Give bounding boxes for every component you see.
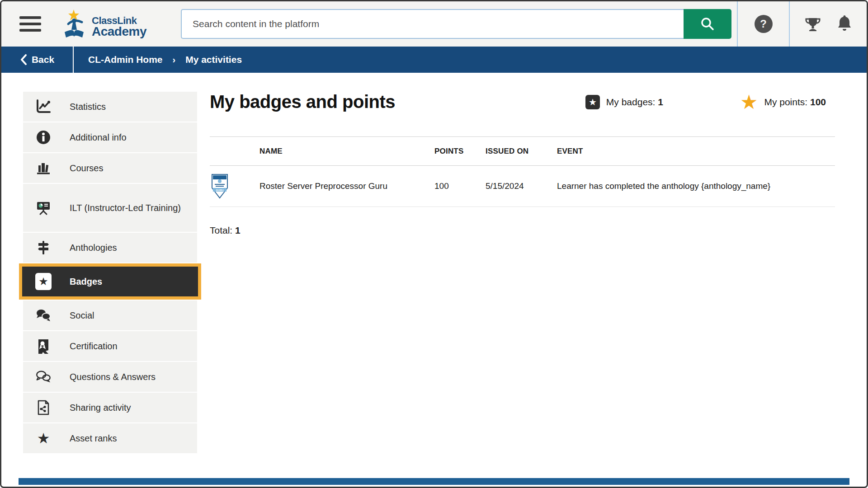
chevron-left-icon xyxy=(20,54,27,65)
table-header-row: NAME POINTS ISSUED ON EVENT xyxy=(210,137,835,166)
magnifier-icon xyxy=(700,16,715,32)
sidebar-item-label: Statistics xyxy=(70,101,111,113)
search-button[interactable] xyxy=(684,9,731,39)
badges-table: NAME POINTS ISSUED ON EVENT GURU xyxy=(210,136,835,207)
top-header: ClassLink Academy ? xyxy=(1,1,867,47)
classlink-academy-logo: ClassLink Academy xyxy=(60,1,146,47)
cell-issued-on: 5/15/2024 xyxy=(486,181,557,191)
sidebar-item-label: Questions & Answers xyxy=(70,371,161,383)
sidebar-item-label: Badges xyxy=(70,276,108,288)
info-circle-icon xyxy=(35,130,52,145)
chat-bubbles-icon xyxy=(35,308,52,323)
header-help-section: ? xyxy=(737,1,789,47)
total-label: Total: xyxy=(210,225,232,235)
search-bar xyxy=(181,9,731,39)
sidebar-item-certification[interactable]: Certification xyxy=(23,331,197,361)
logo-text-line2: Academy xyxy=(92,26,146,38)
presentation-icon xyxy=(35,200,52,216)
main-panel: My badges and points ★ My badges: 1 ★ My… xyxy=(197,92,867,454)
badge-star-icon: ★ xyxy=(585,95,600,109)
my-badges-label: My badges: xyxy=(606,97,656,107)
summaries: ★ My badges: 1 ★ My points: 100 xyxy=(585,92,826,112)
cell-event: Learner has completed the anthology {ant… xyxy=(557,181,835,191)
total-value: 1 xyxy=(235,225,241,235)
sidebar-item-asset-ranks[interactable]: ★ Asset ranks xyxy=(23,423,197,453)
sidebar-item-label: Anthologies xyxy=(70,242,123,254)
chevron-right-icon: › xyxy=(173,55,176,65)
my-points-value: 100 xyxy=(810,97,826,107)
badge-image: GURU xyxy=(210,173,230,199)
badge-ribbon-label: GURU xyxy=(216,189,224,192)
sidebar-item-label: Courses xyxy=(70,162,108,174)
breadcrumb: CL-Admin Home › My activities xyxy=(88,47,242,73)
table-row: GURU Roster Server Preprocessor Guru 100… xyxy=(210,166,835,207)
header-icons-section xyxy=(789,1,867,47)
sidebar-item-badges[interactable]: ★ Badges xyxy=(19,263,201,300)
back-label: Back xyxy=(32,54,54,65)
sidebar-item-social[interactable]: Social xyxy=(23,300,197,330)
books-icon xyxy=(35,161,52,175)
star-icon: ★ xyxy=(35,431,52,446)
my-badges-summary: ★ My badges: 1 xyxy=(585,95,663,109)
breadcrumb-item-current[interactable]: My activities xyxy=(185,54,242,65)
menu-icon[interactable] xyxy=(19,16,41,32)
badge-star-icon: ★ xyxy=(35,273,52,290)
cell-points: 100 xyxy=(434,181,486,191)
signpost-icon xyxy=(35,240,52,255)
column-header-name: NAME xyxy=(259,147,434,156)
sidebar-item-questions-answers[interactable]: Questions & Answers xyxy=(23,362,197,392)
bell-icon[interactable] xyxy=(836,15,853,33)
page-title: My badges and points xyxy=(210,92,395,112)
breadcrumb-item-home[interactable]: CL-Admin Home xyxy=(88,54,163,65)
sidebar-item-additional-info[interactable]: Additional info xyxy=(23,122,197,152)
trophy-icon[interactable] xyxy=(804,15,822,33)
bottom-bar xyxy=(19,478,849,485)
column-header-points: POINTS xyxy=(434,147,486,156)
column-header-issued-on: ISSUED ON xyxy=(486,147,557,156)
total-line: Total: 1 xyxy=(210,225,835,236)
sidebar-item-ilt[interactable]: ILT (Instructor-Led Training) xyxy=(23,184,197,232)
sidebar-item-label: Sharing activity xyxy=(70,402,137,414)
sidebar-item-label: ILT (Instructor-Led Training) xyxy=(70,202,186,214)
cell-name: Roster Server Preprocessor Guru xyxy=(259,181,434,191)
help-icon[interactable]: ? xyxy=(755,15,773,33)
gold-star-icon: ★ xyxy=(740,92,758,112)
line-chart-icon xyxy=(35,99,52,114)
sidebar-item-courses[interactable]: Courses xyxy=(23,153,197,183)
sidebar-item-anthologies[interactable]: Anthologies xyxy=(23,233,197,263)
logo-mark-icon xyxy=(60,9,89,39)
share-document-icon xyxy=(35,400,52,415)
sidebar: Statistics Additional info xyxy=(23,92,197,454)
my-points-summary: ★ My points: 100 xyxy=(740,92,826,112)
my-points-label: My points: xyxy=(764,97,807,107)
column-header-event: EVENT xyxy=(557,147,835,156)
sidebar-item-sharing-activity[interactable]: Sharing activity xyxy=(23,393,197,422)
my-badges-value: 1 xyxy=(658,97,663,107)
back-button[interactable]: Back xyxy=(1,47,74,73)
search-input[interactable] xyxy=(181,9,684,39)
sidebar-item-label: Asset ranks xyxy=(70,432,122,445)
content-area: Statistics Additional info xyxy=(1,73,867,454)
certificate-icon xyxy=(35,338,52,354)
sidebar-item-label: Social xyxy=(70,310,99,322)
sidebar-item-statistics[interactable]: Statistics xyxy=(23,92,197,122)
question-bubbles-icon xyxy=(35,370,52,384)
breadcrumb-bar: Back CL-Admin Home › My activities xyxy=(1,47,867,73)
sidebar-item-label: Certification xyxy=(70,340,123,352)
sidebar-item-label: Additional info xyxy=(70,131,132,144)
